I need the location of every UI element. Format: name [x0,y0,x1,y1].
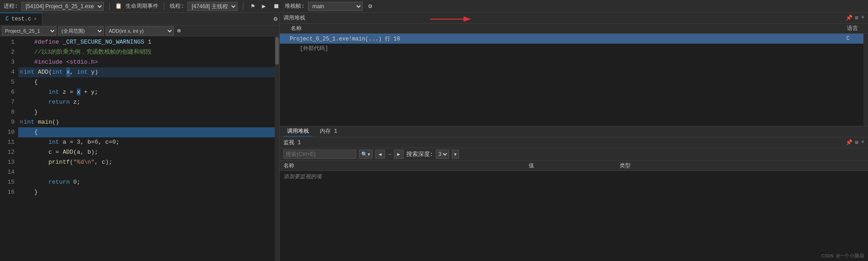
memory-tab[interactable]: 内存 1 [316,126,341,136]
cs-col-lang-header: 语言 [839,25,866,32]
flag-icon[interactable]: ⚑ [249,1,256,11]
call-stack-rows: ► Project_6_25_1.exe!main(...) 行 10 C [外… [280,34,863,126]
code-line-10: ⮞ { [18,127,275,137]
right-panel: 调用堆栈 📌 ⊞ × [280,13,868,261]
fold-icon-9[interactable]: ⊟ [20,117,23,127]
code-line-1: #define _CRT_SECURE_NO_WARNINGS 1 [18,37,275,47]
cs-row-ext-text: [外部代码] [290,44,328,53]
cs-row-text: Project_6_25_1.exe!main(...) 行 10 [290,35,834,43]
cs-row-external[interactable]: [外部代码] [280,44,863,54]
watch-panel: 监视 1 📌 ⊞ × 🔍▾ ◄ → ► 搜索深度: 3 ▾ [280,137,868,261]
watch-close-icon[interactable]: × [861,139,864,146]
fold-icon-4[interactable]: ⊟ [20,67,23,77]
cs-scrollbar[interactable] [863,34,868,126]
watch-search-input[interactable] [283,150,356,159]
red-arrow-indicator [425,15,480,24]
scope-dropdown[interactable]: Project_6_25_1 [2,26,56,35]
code-line-4: ⊟int ADD(int x, int y) [18,67,275,77]
watch-nav-prev[interactable]: ◄ [375,150,385,159]
code-line-8: } [18,107,275,117]
code-line-9: ⊟int main() [18,117,275,127]
code-line-12: c = ADD(a, b); [18,147,275,157]
separator-1 [109,3,110,10]
code-line-2: //以3的阶乘为例，究函数栈帧的创建和销毁 [18,47,275,57]
call-stack-title-bar: 调用堆栈 📌 ⊞ × [280,13,868,24]
cs-row-icon: ► [282,36,290,41]
arrow-separator: → [388,151,391,158]
vertical-scrollbar[interactable] [275,36,279,261]
code-text-2: //以3的阶乘为例，究函数栈帧的创建和销毁 [20,47,151,57]
watch-col-name: 名称 [283,162,529,170]
close-panel-icon[interactable]: × [861,15,864,21]
play-icon[interactable]: ▶ [260,1,267,11]
watch-pin-icon[interactable]: 📌 [846,139,853,146]
file-tab[interactable]: C test.c × [0,13,42,25]
watch-depth-dropdown-btn[interactable]: ▾ [452,150,459,159]
thread-dropdown[interactable]: [47468] 主线程 [187,2,237,11]
pin-icon[interactable]: 📌 [846,15,853,21]
call-stack-content: ► Project_6_25_1.exe!main(...) 行 10 C [外… [280,34,868,126]
stop-icon[interactable]: ⏹ [271,2,281,11]
code-text-4a: int [24,67,34,77]
call-stack-tab-bar: 调用堆栈 内存 1 [280,126,868,137]
call-stack-panel-icons: 📌 ⊞ × [846,15,864,21]
code-text-4b: ADD [38,67,48,77]
code-line-14 [18,167,275,177]
tab-bar: C test.c × ⚙ [0,13,279,25]
range-dropdown[interactable]: (全局范围) [58,26,104,35]
separator-3 [243,3,243,10]
watch-title: 监视 1 [283,139,301,146]
file-icon: C [5,16,9,22]
watch-add-item-row[interactable]: 添加要监视的项 [280,171,868,182]
code-line-11: int a = 3, b=6, c=0; [18,137,275,147]
unpin-icon[interactable]: ⊞ [855,15,858,21]
stackframe-dropdown[interactable]: main [308,2,363,11]
scrollbar-thumb[interactable] [275,37,279,65]
call-stack-tab[interactable]: 调用堆栈 [283,126,313,136]
code-text-3: #include <stdio.h> [20,57,98,67]
depth-label: 搜索深度: [406,150,434,158]
watch-search-button[interactable]: 🔍▾ [359,150,373,159]
lifecycle-label: 生命周期事件 [126,2,158,10]
watch-content-area [280,182,868,261]
code-toolbar: Project_6_25_1 (全局范围) ADD(int x, int y) … [0,25,279,36]
call-stack-title: 调用堆栈 [283,14,305,22]
code-line-16: } [18,187,275,197]
code-line-6: int z = x + y; [18,87,275,97]
cs-col-name-header: 名称 [282,25,839,32]
watch-nav-next[interactable]: ► [394,150,404,159]
watch-col-value: 值 [529,162,620,170]
function-dropdown[interactable]: ADD(int x, int y) [106,26,174,35]
cs-row-lang: C [834,35,862,42]
tab-close-button[interactable]: × [34,17,36,22]
top-toolbar: 进程: [54104] Project_6_25_1.exe 📋 生命周期事件 … [0,0,868,13]
code-editor: 1 2 3 4 5 6 7 8 9 10 11 12 13 14 15 16 [0,36,279,261]
main-layout: C test.c × ⚙ Project_6_25_1 (全局范围) ADD(i… [0,13,868,261]
lifecycle-icon: 📋 [115,3,122,10]
current-line-arrow: ⮞ [18,127,19,137]
watch-toolbar: 🔍▾ ◄ → ► 搜索深度: 3 ▾ [280,148,868,161]
separator-2 [164,3,164,10]
tab-name: test.c [11,16,31,22]
cs-row-main[interactable]: ► Project_6_25_1.exe!main(...) 行 10 C [280,34,863,44]
code-line-3: #include <stdio.h> [18,57,275,67]
settings-icon[interactable]: ⚙ [366,1,373,11]
watch-unpin-icon[interactable]: ⊞ [855,139,858,146]
stackframe-label: 堆栈帧: [285,2,304,10]
thread-label: 线程: [170,2,184,10]
process-dropdown[interactable]: [54104] Project_6_25_1.exe [21,2,104,11]
watch-panel-icons: 📌 ⊞ × [846,139,864,146]
code-line-7: return z; [18,97,275,107]
settings-small-icon[interactable]: ⚙ [272,14,279,24]
code-text-1: #define _CRT_SECURE_NO_WARNINGS 1 [20,37,151,47]
add-function-btn[interactable]: ⊕ [176,27,182,35]
process-label: 进程: [4,2,18,10]
call-stack-table-header: 名称 语言 [280,24,868,34]
code-line-15: return 0; [18,177,275,187]
code-content: #define _CRT_SECURE_NO_WARNINGS 1 //以3的阶… [18,36,275,261]
watch-header: 监视 1 📌 ⊞ × [280,137,868,148]
watch-depth-select[interactable]: 3 [436,150,449,159]
code-line-5: { [18,77,275,87]
watch-table-header: 名称 值 类型 [280,161,868,171]
call-stack-title-left: 调用堆栈 [283,14,305,22]
